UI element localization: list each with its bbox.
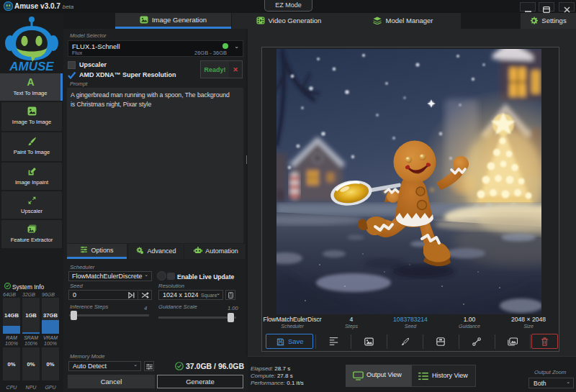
svg-text:AMUSE: AMUSE	[9, 60, 54, 72]
svg-text:A: A	[27, 77, 34, 87]
